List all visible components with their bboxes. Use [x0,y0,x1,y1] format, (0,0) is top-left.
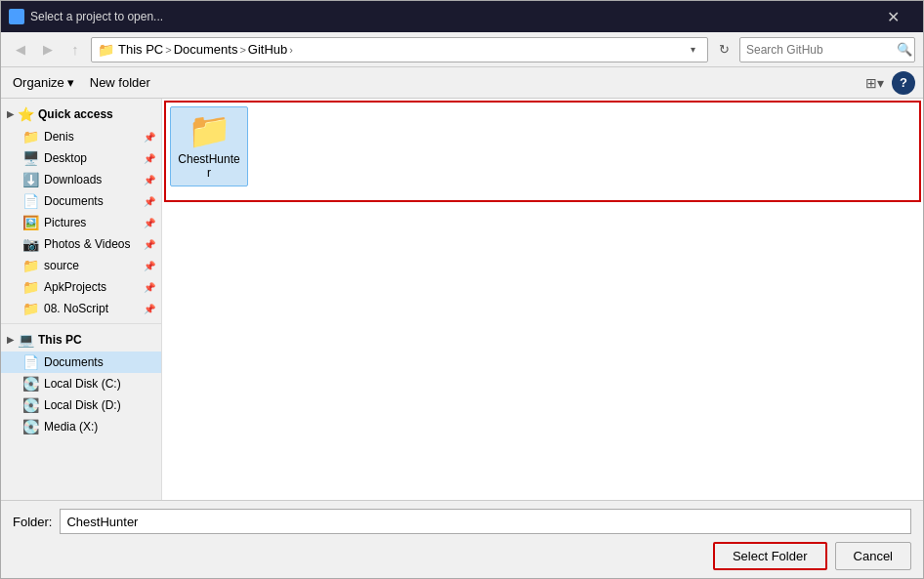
forward-button[interactable]: ▶ [36,38,60,62]
pin-icon: 📌 [144,261,155,271]
address-toolbar: ◀ ▶ ↑ 📁 This PC > Documents > GitHub › ▾… [1,32,923,67]
file-area: 📁 ChestHunter [162,99,923,500]
new-folder-button[interactable]: New folder [86,73,154,92]
address-bar[interactable]: 📁 This PC > Documents > GitHub › ▾ [91,37,708,62]
sidebar-item-local-d[interactable]: 💽 Local Disk (D:) [1,394,161,416]
sidebar-item-source[interactable]: 📁 source 📌 [1,255,161,276]
search-input[interactable] [746,43,893,57]
pictures-icon: 🖼️ [22,215,39,230]
address-dropdown-icon[interactable]: ▾ [684,38,701,62]
this-pc-icon: 💻 [18,332,34,348]
search-icon: 🔍 [897,42,912,57]
back-icon: ◀ [16,42,25,57]
path-segment-documents[interactable]: Documents [174,42,238,57]
address-folder-icon: 📁 [98,42,114,58]
folder-item-icon: 📁 [188,113,231,148]
path-sep-1: > [165,44,171,56]
sidebar-item-documents-drive[interactable]: 📄 Documents [1,352,161,373]
quick-access-header[interactable]: ▶ ⭐ Quick access [1,103,161,126]
back-button[interactable]: ◀ [9,38,32,62]
sidebar-item-documents[interactable]: 📄 Documents 📌 [1,190,161,212]
sidebar-item-local-c[interactable]: 💽 Local Disk (C:) [1,373,161,394]
forward-icon: ▶ [43,42,53,57]
sidebar-divider [1,323,161,324]
bottom-bar: Folder: Select Folder Cancel [1,500,923,578]
dialog: Select a project to open... ✕ ◀ ▶ ↑ 📁 Th… [0,0,924,579]
sidebar-item-label: Pictures [44,216,86,229]
organize-label: Organize [13,75,64,90]
sidebar-item-label: Photos & Videos [44,237,131,251]
downloads-icon: ⬇️ [22,172,39,187]
sidebar-item-label: Documents [44,194,104,208]
disk-d-icon: 💽 [22,397,39,413]
disk-x-icon: 💽 [22,419,39,434]
path-sep-3: › [289,44,293,56]
sidebar-item-label: Media (X:) [44,420,98,434]
toolbar2-right: ⊞ ▾ ? [861,71,915,95]
sidebar-item-label: Downloads [44,173,102,186]
cancel-label: Cancel [854,549,893,563]
sidebar-item-label: Desktop [44,151,87,165]
path-segment-github[interactable]: GitHub [248,42,287,57]
sidebar: ▶ ⭐ Quick access 📁 Denis 📌 🖥️ Desktop 📌 … [1,99,162,500]
sidebar-item-label: source [44,259,79,272]
path-segment-thispc[interactable]: This PC [118,42,163,57]
path-sep-2: > [239,44,245,56]
sidebar-item-label: Denis [44,130,74,144]
photos-icon: 📷 [22,236,39,252]
documents-drive-icon: 📄 [22,354,39,370]
sidebar-item-label: ApkProjects [44,280,106,294]
search-bar: 🔍 [739,37,915,62]
folder-item-label: ChestHunter [177,152,241,180]
pin-icon: 📌 [144,239,155,250]
up-icon: ↑ [71,41,79,58]
cancel-button[interactable]: Cancel [835,542,911,570]
desktop-icon: 🖥️ [22,150,39,166]
toolbar2: Organize ▾ New folder ⊞ ▾ ? [1,67,923,99]
help-label: ? [900,75,907,90]
sidebar-item-label: Local Disk (C:) [44,377,121,391]
folder-row: Folder: [13,509,911,534]
sidebar-item-desktop[interactable]: 🖥️ Desktop 📌 [1,147,161,169]
this-pc-header[interactable]: ▶ 💻 This PC [1,328,161,352]
documents-icon: 📄 [22,193,39,209]
select-folder-label: Select Folder [733,549,808,563]
refresh-button[interactable]: ↻ [712,37,735,62]
view-button[interactable]: ⊞ ▾ [861,71,888,95]
folder-input[interactable] [60,509,911,534]
close-button[interactable]: ✕ [870,1,915,32]
sidebar-item-label: Local Disk (D:) [44,398,121,412]
help-button[interactable]: ? [892,71,915,95]
buttons-row: Select Folder Cancel [13,542,911,570]
dialog-icon [9,9,24,24]
pin-icon: 📌 [144,196,155,207]
titlebar: Select a project to open... ✕ [1,1,923,32]
disk-c-icon: 💽 [22,376,39,392]
quick-access-label: Quick access [38,107,113,121]
list-item[interactable]: 📁 ChestHunter [170,106,248,186]
sidebar-item-08-noscript[interactable]: 📁 08. NoScript 📌 [1,298,161,319]
folder-icon: 📁 [22,301,39,316]
sidebar-item-denis[interactable]: 📁 Denis 📌 [1,126,161,147]
sidebar-item-pictures[interactable]: 🖼️ Pictures 📌 [1,212,161,233]
view-chevron-icon: ▾ [877,75,884,91]
main-content: ▶ ⭐ Quick access 📁 Denis 📌 🖥️ Desktop 📌 … [1,99,923,500]
organize-button[interactable]: Organize ▾ [9,73,78,92]
view-icon: ⊞ [865,75,877,91]
refresh-icon: ↻ [719,42,730,57]
dialog-title: Select a project to open... [30,10,870,23]
this-pc-arrow-icon: ▶ [7,335,14,345]
up-button[interactable]: ↑ [63,38,87,62]
sidebar-item-apkprojects[interactable]: 📁 ApkProjects 📌 [1,276,161,298]
sidebar-item-media-x[interactable]: 💽 Media (X:) [1,416,161,437]
new-folder-label: New folder [90,75,150,90]
sidebar-item-photos-videos[interactable]: 📷 Photos & Videos 📌 [1,233,161,255]
organize-chevron-icon: ▾ [67,75,74,90]
folder-icon: 📁 [22,279,39,295]
sidebar-item-downloads[interactable]: ⬇️ Downloads 📌 [1,169,161,190]
this-pc-label: This PC [38,333,82,347]
select-folder-button[interactable]: Select Folder [713,542,827,570]
folder-label: Folder: [13,515,52,529]
pin-icon: 📌 [144,218,155,228]
quick-access-star-icon: ⭐ [18,106,34,122]
